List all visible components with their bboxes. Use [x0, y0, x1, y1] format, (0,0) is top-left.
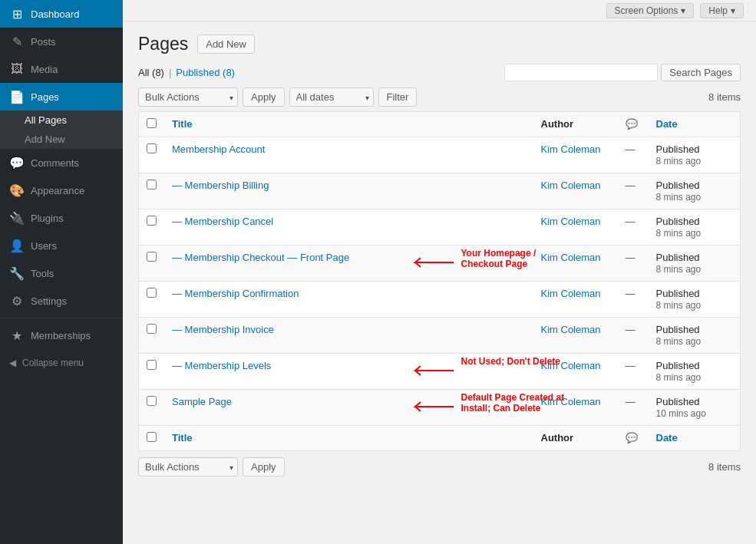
author-link[interactable]: Kim Coleman: [541, 324, 601, 335]
screen-options-button[interactable]: Screen Options ▾: [606, 3, 695, 18]
author-link[interactable]: Kim Coleman: [541, 252, 601, 263]
tab-all[interactable]: All (8): [138, 67, 164, 78]
table-footer-row: Title Author 💬 Date: [139, 426, 741, 451]
select-all-checkbox[interactable]: [147, 118, 157, 128]
appearance-icon: 🎨: [9, 183, 25, 198]
page-title: Pages: [138, 34, 188, 54]
content-area: Pages Add New All (8) | Published (8) Se…: [123, 21, 756, 544]
row-checkbox[interactable]: [147, 324, 157, 334]
select-all-checkbox-footer[interactable]: [147, 432, 157, 442]
col-footer-checkbox: [139, 426, 165, 451]
items-count-top: 8 items: [708, 91, 741, 103]
page-title-link[interactable]: — Membership Cancel: [172, 216, 273, 227]
row-checkbox[interactable]: [147, 143, 157, 153]
comment-count: —: [618, 173, 649, 209]
comment-count: —: [618, 282, 649, 318]
date-cell: Published8 mins ago: [649, 354, 741, 390]
users-icon: 👤: [9, 239, 25, 253]
sidebar-item-plugins[interactable]: 🔌 Plugins: [0, 204, 123, 232]
page-title-link[interactable]: Sample Page: [172, 396, 232, 407]
add-new-button[interactable]: Add New: [197, 35, 255, 54]
page-title-link[interactable]: — Membership Levels: [172, 360, 271, 371]
author-link[interactable]: Kim Coleman: [541, 288, 601, 299]
author-link[interactable]: Kim Coleman: [541, 216, 601, 227]
search-box: Search Pages: [504, 64, 741, 81]
date-cell: Published8 mins ago: [649, 137, 741, 173]
collapse-menu[interactable]: ◀ Collapse menu: [0, 349, 123, 377]
author-link[interactable]: Kim Coleman: [541, 396, 601, 407]
page-title-link[interactable]: — Membership Invoice: [172, 324, 274, 335]
sidebar-item-posts[interactable]: ✎ Posts: [0, 28, 123, 55]
collapse-label: Collapse menu: [22, 358, 84, 368]
date-cell: Published8 mins ago: [649, 282, 741, 318]
sidebar-item-dashboard[interactable]: ⊞ Dashboard: [0, 0, 123, 28]
sidebar-item-label: Memberships: [31, 330, 91, 341]
sidebar-item-comments[interactable]: 💬 Comments: [0, 149, 123, 176]
col-footer-comments: 💬: [618, 426, 649, 451]
col-header-author: Author: [533, 112, 618, 137]
page-title-link[interactable]: — Membership Billing: [172, 180, 269, 191]
comment-count: —: [618, 246, 649, 282]
apply-button-top[interactable]: Apply: [243, 87, 285, 107]
author-link[interactable]: Kim Coleman: [541, 180, 601, 191]
title-sort-link[interactable]: Title: [172, 118, 193, 130]
plugins-icon: 🔌: [9, 211, 25, 226]
sidebar-item-memberships[interactable]: ★ Memberships: [0, 321, 123, 349]
page-title-link[interactable]: Membership Account: [172, 143, 265, 155]
sidebar-item-media[interactable]: 🖼 Media: [0, 55, 123, 83]
row-checkbox[interactable]: [147, 360, 157, 370]
sidebar-item-pages[interactable]: 📄 Pages: [0, 83, 123, 110]
submenu-all-pages[interactable]: All Pages: [0, 110, 123, 130]
filter-button[interactable]: Filter: [378, 87, 418, 107]
bulk-actions-select-bottom[interactable]: Bulk Actions Edit Move to Trash: [138, 457, 238, 476]
help-button[interactable]: Help ▾: [700, 3, 744, 18]
row-checkbox[interactable]: [147, 252, 157, 262]
row-checkbox[interactable]: [147, 288, 157, 298]
col-header-comments: 💬: [618, 112, 649, 137]
sidebar-item-tools[interactable]: 🔧 Tools: [0, 259, 123, 287]
pages-table: Title Author 💬 Date Membership AccountKi…: [138, 111, 741, 451]
posts-icon: ✎: [9, 35, 25, 49]
comment-count: —: [618, 137, 649, 173]
date-sort-link[interactable]: Date: [656, 118, 678, 130]
table-row: — Membership Checkout — Front PageKim Co…: [139, 246, 741, 282]
date-cell: Published8 mins ago: [649, 209, 741, 246]
sidebar: ⊞ Dashboard ✎ Posts 🖼 Media 📄 Pages All …: [0, 0, 123, 544]
page-title-link[interactable]: — Membership Confirmation: [172, 288, 299, 299]
memberships-icon: ★: [9, 328, 25, 343]
comment-count: —: [618, 318, 649, 354]
date-sort-link-footer[interactable]: Date: [656, 432, 678, 443]
sidebar-item-appearance[interactable]: 🎨 Appearance: [0, 176, 123, 204]
pages-submenu: All Pages Add New: [0, 110, 123, 149]
date-cell: Published8 mins ago: [649, 173, 741, 209]
apply-button-bottom[interactable]: Apply: [243, 457, 285, 476]
bulk-actions-select[interactable]: Bulk Actions Edit Move to Trash: [138, 87, 238, 107]
sidebar-item-label: Dashboard: [31, 8, 80, 20]
tab-published[interactable]: Published (8): [176, 67, 235, 78]
author-link[interactable]: Kim Coleman: [541, 143, 601, 155]
page-title-link[interactable]: — Membership Checkout — Front Page: [172, 252, 349, 263]
search-pages-button[interactable]: Search Pages: [661, 64, 741, 81]
date-cell: Published10 mins ago: [649, 390, 741, 426]
row-checkbox[interactable]: [147, 216, 157, 226]
filter-row: All (8) | Published (8) Search Pages: [138, 64, 741, 81]
row-checkbox[interactable]: [147, 396, 157, 406]
bulk-actions-wrapper: Bulk Actions Edit Move to Trash ▾: [138, 87, 238, 107]
comment-count: —: [618, 390, 649, 426]
author-link[interactable]: Kim Coleman: [541, 360, 601, 371]
title-sort-link-footer[interactable]: Title: [172, 432, 193, 443]
sidebar-item-label: Plugins: [31, 213, 64, 224]
dates-select[interactable]: All dates: [289, 87, 374, 107]
col-footer-title: Title: [164, 426, 533, 451]
sidebar-item-settings[interactable]: ⚙ Settings: [0, 287, 123, 315]
sidebar-item-label: Comments: [31, 157, 79, 169]
main-content: Screen Options ▾ Help ▾ Pages Add New Al…: [123, 0, 756, 544]
col-footer-author: Author: [533, 426, 618, 451]
row-checkbox[interactable]: [147, 180, 157, 190]
submenu-add-new[interactable]: Add New: [0, 130, 123, 149]
col-header-date: Date: [649, 112, 741, 137]
help-chevron: ▾: [731, 5, 735, 16]
sidebar-item-label: Tools: [31, 268, 54, 279]
sidebar-item-users[interactable]: 👤 Users: [0, 232, 123, 259]
search-input[interactable]: [504, 64, 658, 81]
